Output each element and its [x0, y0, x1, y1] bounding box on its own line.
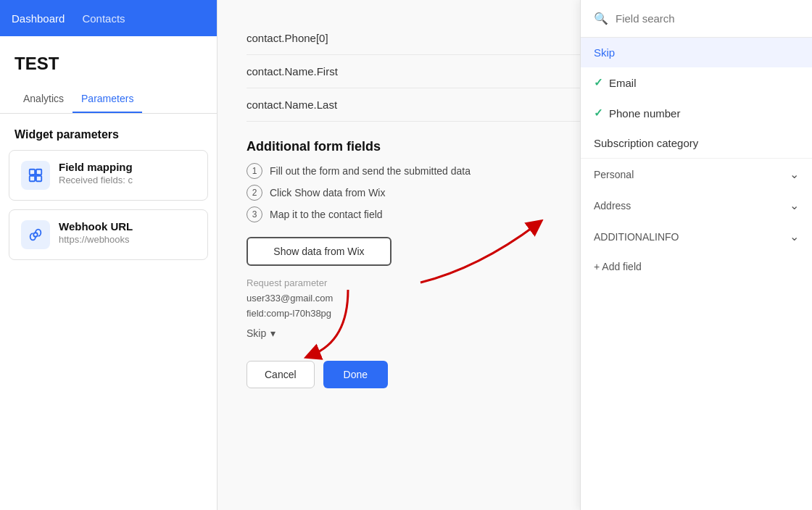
subscription-item-label: Subscription category — [594, 137, 698, 149]
sidebar-tabs: Analytics Parameters — [0, 85, 217, 114]
personal-group-label: Personal — [594, 169, 634, 180]
svg-rect-1 — [36, 170, 41, 175]
tab-parameters[interactable]: Parameters — [72, 85, 142, 113]
main-content: contact.Phone[0] contact.Name.First cont… — [218, 0, 812, 510]
instruction-text-3: Map it to the contact field — [270, 209, 383, 220]
nav-contacts[interactable]: Contacts — [82, 2, 125, 35]
sidebar: Dashboard Contacts TEST Analytics Parame… — [0, 0, 218, 510]
instruction-num-2: 2 — [246, 185, 262, 201]
address-chevron-icon: ⌄ — [790, 198, 799, 212]
additionalinfo-group-label: ADDITIONALINFO — [594, 231, 679, 243]
address-group-label: Address — [594, 200, 631, 212]
dropdown-group-additionalinfo[interactable]: ADDITIONALINFO ⌄ — [581, 221, 812, 252]
instruction-text-2: Click Show data from Wix — [270, 187, 385, 198]
instruction-num-1: 1 — [246, 163, 262, 179]
field-mapping-card[interactable]: Field mapping Received fields: c — [9, 150, 208, 201]
instruction-text-1: Fill out the form and send the submitted… — [270, 165, 471, 177]
tab-analytics[interactable]: Analytics — [14, 85, 72, 113]
nav-dashboard[interactable]: Dashboard — [12, 2, 65, 35]
cancel-button[interactable]: Cancel — [246, 361, 315, 388]
dropdown-item-phone[interactable]: ✓ Phone number — [581, 98, 812, 128]
email-item-label: Email — [609, 77, 637, 89]
dropdown-group-address[interactable]: Address ⌄ — [581, 190, 812, 221]
show-data-button[interactable]: Show data from Wix — [246, 237, 392, 266]
field-mapping-title: Field mapping — [59, 161, 133, 173]
instruction-num-3: 3 — [246, 206, 262, 222]
chevron-down-icon: ▾ — [270, 327, 276, 339]
svg-rect-0 — [30, 170, 35, 175]
done-button[interactable]: Done — [323, 361, 388, 388]
webhook-url-card[interactable]: Webhook URL https://webhooks — [9, 209, 208, 260]
sidebar-nav: Dashboard Contacts — [0, 0, 217, 36]
webhook-sub: https://webhooks — [59, 234, 133, 245]
page-title: TEST — [0, 36, 217, 85]
widget-params-title: Widget parameters — [0, 114, 217, 150]
phone-item-label: Phone number — [609, 107, 680, 120]
field-mapping-sub: Received fields: c — [59, 175, 133, 185]
field-search-input[interactable] — [616, 12, 799, 25]
dropdown-item-subscription[interactable]: Subscription category — [581, 128, 812, 159]
skip-label: Skip — [246, 327, 266, 339]
personal-chevron-icon: ⌄ — [790, 167, 799, 181]
svg-point-6 — [33, 233, 38, 237]
field-mapping-icon — [21, 161, 50, 190]
webhook-icon — [21, 220, 50, 249]
dropdown-item-email[interactable]: ✓ Email — [581, 67, 812, 98]
add-field-label: + Add field — [594, 261, 642, 272]
dropdown-item-skip[interactable]: Skip — [581, 38, 812, 67]
dropdown-group-personal[interactable]: Personal ⌄ — [581, 159, 812, 190]
svg-rect-3 — [36, 176, 41, 181]
phone-check-icon: ✓ — [594, 106, 603, 120]
webhook-content: Webhook URL https://webhooks — [59, 220, 133, 245]
search-icon: 🔍 — [594, 12, 608, 25]
webhook-title: Webhook URL — [59, 220, 133, 233]
dropdown-panel: 🔍 Skip ✓ Email ✓ Phone number Subscripti… — [580, 0, 812, 510]
field-search-container: 🔍 — [581, 0, 812, 38]
additionalinfo-chevron-icon: ⌄ — [790, 230, 799, 243]
svg-rect-2 — [30, 176, 35, 181]
skip-item-label: Skip — [594, 46, 615, 59]
field-mapping-content: Field mapping Received fields: c — [59, 161, 133, 185]
add-field-button[interactable]: + Add field — [581, 252, 812, 281]
email-check-icon: ✓ — [594, 76, 603, 89]
